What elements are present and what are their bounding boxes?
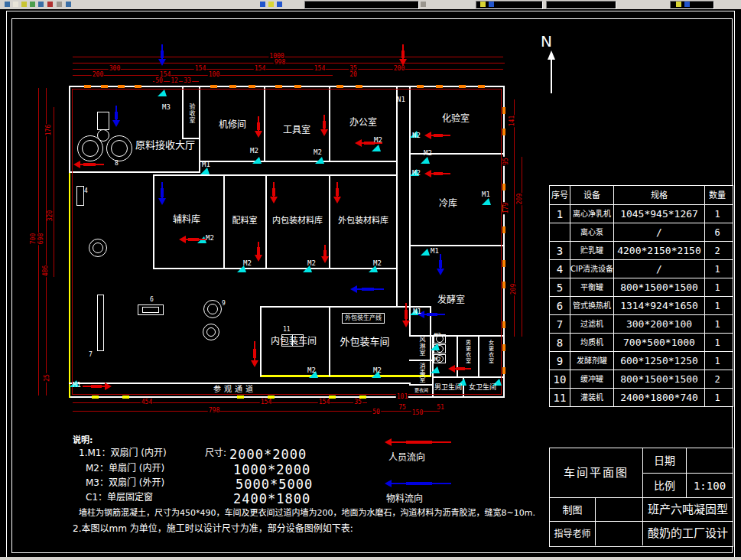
toolbar-icon[interactable] [684,2,690,7]
table-cell: 800*1500*1500 [613,278,704,296]
table-cell: 5 [550,278,570,296]
flow-arrow [161,182,163,203]
door-label: M2 [424,150,432,157]
room-label-ingredient: 配料室 [232,217,258,225]
project-line1: 班产六吨凝固型 [643,498,733,522]
note-size-m3: 5000*5000 [236,477,313,492]
wall [199,86,200,173]
toolbar-icon[interactable] [66,2,71,7]
equipment-rect-symbol [76,186,84,206]
door-label: N1 [413,308,421,315]
toolbar-icon[interactable] [260,2,265,7]
window-mark [101,85,108,88]
table-cell: 平衡罐 [570,278,613,296]
toolbar-icon[interactable] [480,2,486,7]
drafter-label: 制图 [550,498,596,522]
equipment-table-header: 序号 设备 规格 数量 [550,186,733,204]
scale-value: 1:100 [687,474,733,498]
wall [69,383,411,384]
table-cell: 1045*945*1267 [613,205,704,223]
toolbar-field[interactable] [304,1,419,9]
legend-material-label: 物料流向 [386,494,423,503]
wall [260,375,431,377]
table-row: 4CIP清洗设备/1 [550,259,733,278]
wall [329,174,330,269]
room-label-machine-repair: 机修间 [219,120,246,129]
toolbar-icon[interactable] [489,2,494,7]
table-cell: 过滤机 [570,315,613,333]
door-label: M1 [482,191,490,198]
door-label: M2 [373,367,382,374]
door-label: M2 [206,235,214,242]
dim-label: 25 [44,373,50,383]
toolbar-icon[interactable] [57,2,62,7]
toolbar-icon[interactable] [21,2,27,7]
window-mark [135,85,141,88]
table-cell: 1314*924*1650 [613,297,704,314]
window-mark [275,85,282,88]
flow-arrow [254,341,255,366]
table-header-cell: 序号 [550,186,570,204]
dim-label: 179 [503,202,509,214]
drawing-name: 车间平面图 [550,448,643,498]
title-block: 车间平面图 日期 比例 1:100 制图 班产六吨凝固型 指导老师 酸奶的工厂设… [549,448,733,547]
flow-arrow [402,44,404,64]
table-cell: 发酵剂罐 [570,352,613,370]
north-label: N [541,32,552,50]
dim-label: 454 [141,399,153,405]
window-mark [502,282,505,288]
toolbar-icon[interactable] [38,2,44,7]
label-visit-corridor: 参观通道 [213,386,256,393]
window-mark [229,85,236,88]
table-row: 1离心净乳机1045*945*12671 [550,204,733,223]
door-label: M2 [307,260,316,267]
door-label: M2 [307,367,316,374]
equipment-circle-symbol [97,129,109,142]
wall [153,268,398,269]
room-label-men-change: 男更衣室 [465,340,470,364]
room-label-disinfect: 消毒室 [418,363,424,383]
equipment-mark: 11 [283,327,291,333]
door-symbol [431,364,440,373]
dimension-line [73,411,440,412]
toolbar-field[interactable] [476,1,543,9]
flow-arrow [440,254,441,274]
flow-arrow [324,245,326,262]
window-mark [237,396,244,399]
equipment-rect-symbol [97,295,104,351]
status-bar [0,557,741,560]
table-cell: 贮乳罐 [570,242,613,259]
window-mark [336,85,343,88]
advisor-value [596,522,643,545]
toolbar-icon[interactable] [5,2,10,7]
flow-arrow [352,288,384,290]
toolbar-icon[interactable] [30,2,35,7]
toolbar-icon[interactable] [268,2,274,7]
room-label-reception-hall: 原料接收大厅 [135,140,195,150]
table-cell: 1 [704,205,730,223]
equipment-circle-symbol [82,140,99,157]
dim-label: 300 [109,66,121,72]
window-mark [356,85,362,88]
toolbar-icon[interactable] [13,2,18,7]
wall [329,86,330,162]
table-cell: 4 [550,260,570,278]
toolbar-field[interactable] [546,1,616,9]
table-cell: 6 [704,223,730,241]
toolbar-icon[interactable] [421,2,426,7]
door-label: M2 [412,170,421,177]
toolbar-icon[interactable] [277,2,282,7]
window-mark [502,129,505,135]
door-label: N1 [397,96,405,103]
equipment-rect-symbol [142,307,159,313]
legend-material-arrow-icon [386,483,451,484]
dim-label: 154 [194,66,206,72]
room-label-women-toilet: 女卫生间 [469,384,496,391]
dim-label: 176 [46,124,52,136]
table-cell: 2 [704,370,730,388]
flow-arrow [450,368,471,370]
toolbar-icon[interactable] [47,2,53,7]
equipment-circle-symbol [207,304,218,314]
table-row: 3贮乳罐4200*2150*21502 [550,241,733,259]
toolbar-icon[interactable] [676,2,681,7]
